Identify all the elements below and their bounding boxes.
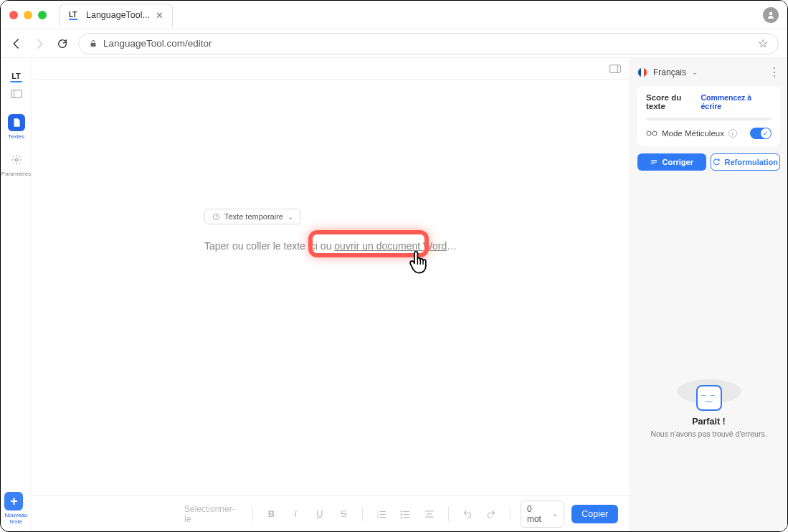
chevron-down-icon: ⌄ [692, 68, 698, 76]
more-menu-icon[interactable]: ⋮ [769, 65, 780, 79]
temp-text-label: Texte temporaire [224, 212, 283, 221]
close-tab-icon[interactable]: ✕ [156, 10, 163, 21]
mode-toggle[interactable] [750, 128, 772, 139]
gear-icon [8, 151, 25, 168]
tab-correct-label: Corriger [663, 158, 693, 166]
browser-tab[interactable]: LT LanguageTool... ✕ [60, 4, 173, 27]
svg-point-21 [401, 513, 402, 515]
toolbar-divider [510, 507, 511, 521]
back-button[interactable] [9, 37, 24, 51]
svg-point-2 [769, 11, 772, 14]
robot-icon [696, 385, 722, 411]
bottom-toolbar: Sélectionner-le B I U S 123 [32, 495, 630, 531]
language-selector[interactable]: Français ⌄ ⋮ [637, 65, 780, 79]
svg-point-29 [652, 131, 657, 136]
tab-title: LanguageTool... [86, 10, 150, 20]
chevron-down-icon: ⌄ [288, 213, 293, 221]
undo-button[interactable] [459, 505, 476, 523]
tab-reform-label: Reformulation [724, 158, 778, 166]
flag-france-icon [637, 67, 647, 77]
svg-rect-7 [610, 65, 621, 72]
left-sidebar: LT Textes Paramètres + Nouveau texte [1, 58, 32, 531]
chevron-down-icon: ⌄ [552, 510, 558, 518]
sidebar-bottom: + Nouveau texte [4, 492, 27, 526]
score-progress-bar [646, 118, 772, 120]
sidebar-label-parametres: Paramètres [1, 171, 31, 177]
italic-button[interactable]: I [287, 505, 304, 523]
minimize-window-button[interactable] [24, 11, 32, 19]
perfect-subtitle: Nous n'avons pas trouvé d'erreurs. [637, 429, 780, 438]
window-titlebar: LT LanguageTool... ✕ [1, 1, 787, 29]
reload-button[interactable] [55, 37, 70, 51]
bookmark-star-icon[interactable]: ☆ [758, 37, 768, 50]
open-word-doc-link[interactable]: ouvrir un document Word [334, 240, 447, 252]
editor-area[interactable]: Texte temporaire ⌄ Taper ou coller le te… [32, 80, 630, 495]
svg-point-19 [401, 510, 402, 512]
perfect-title: Parfait ! [637, 417, 780, 427]
app-logo[interactable]: LT [10, 71, 22, 82]
clock-icon [212, 213, 220, 221]
language-label: Français [653, 67, 686, 77]
lock-icon [89, 39, 98, 48]
editor-placeholder: Taper ou coller le texte ici ou ouvrir u… [204, 240, 457, 252]
start-writing-link[interactable]: Commencez à écrire [701, 93, 772, 110]
action-tabs: Corriger Reformulation [637, 153, 780, 171]
score-card: Score du texte Commencez à écrire Mode M… [637, 86, 780, 146]
tab-correct[interactable]: Corriger [637, 153, 706, 171]
sidebar-label-textes: Textes [8, 133, 24, 140]
temporary-text-dropdown[interactable]: Texte temporaire ⌄ [204, 209, 301, 224]
main-header [32, 58, 630, 80]
forward-button[interactable] [32, 37, 47, 51]
maximize-window-button[interactable] [38, 11, 47, 19]
sidebar-item-parametres[interactable]: Paramètres [4, 147, 29, 181]
placeholder-suffix: … [447, 240, 457, 252]
copy-button[interactable]: Copier [571, 505, 618, 523]
toolbar-divider [252, 507, 253, 521]
no-errors-block: Parfait ! Nous n'avons pas trouvé d'erre… [637, 379, 780, 438]
svg-rect-4 [11, 90, 22, 98]
new-text-button[interactable]: + [4, 492, 23, 510]
svg-text:LT: LT [69, 11, 77, 19]
url-text: LanguageTool.com/editor [103, 38, 212, 49]
redo-button[interactable] [483, 505, 500, 523]
panel-toggle-right-icon[interactable] [609, 65, 621, 73]
score-title: Score du texte [646, 93, 701, 110]
cursor-hand-icon [408, 250, 428, 275]
svg-point-6 [15, 158, 18, 161]
ordered-list-button[interactable]: 123 [373, 505, 390, 523]
panel-toggle-left-icon[interactable] [11, 90, 22, 98]
main-column: Texte temporaire ⌄ Taper ou coller le te… [32, 58, 630, 531]
sidebar-item-textes[interactable]: Textes [4, 110, 29, 144]
url-input[interactable]: LanguageTool.com/editor ☆ [78, 33, 779, 54]
bold-button[interactable]: B [263, 505, 280, 523]
svg-rect-3 [91, 43, 96, 47]
word-count-label: 0 mot [527, 504, 548, 524]
underline-button[interactable]: U [311, 505, 328, 523]
document-icon [8, 114, 25, 131]
tab-favicon: LT [69, 9, 80, 21]
info-icon[interactable]: i [728, 129, 737, 138]
svg-point-23 [401, 516, 402, 518]
mode-label: Mode Méticuleux [662, 129, 724, 138]
toolbar-divider [448, 507, 449, 521]
address-bar: LanguageTool.com/editor ☆ [1, 29, 787, 58]
svg-point-28 [647, 131, 651, 136]
tab-reformulation[interactable]: Reformulation [711, 153, 781, 171]
unordered-list-button[interactable] [397, 505, 414, 523]
align-button[interactable] [421, 505, 438, 523]
strikethrough-button[interactable]: S [335, 505, 352, 523]
profile-avatar[interactable] [763, 7, 779, 23]
word-count-dropdown[interactable]: 0 mot ⌄ [521, 500, 564, 528]
placeholder-prefix: Taper ou coller le texte ici ou [204, 240, 334, 252]
toolbar-divider [362, 507, 363, 521]
right-panel: Français ⌄ ⋮ Score du texte Commencez à … [630, 58, 787, 531]
svg-text:3: 3 [376, 515, 379, 518]
glasses-icon [646, 130, 658, 137]
close-window-button[interactable] [9, 11, 18, 19]
new-text-label: Nouveau texte [4, 513, 27, 526]
mode-meticulous-row: Mode Méticuleux i [646, 128, 772, 139]
traffic-lights [9, 11, 47, 19]
select-placeholder[interactable]: Sélectionner-le [183, 505, 242, 523]
